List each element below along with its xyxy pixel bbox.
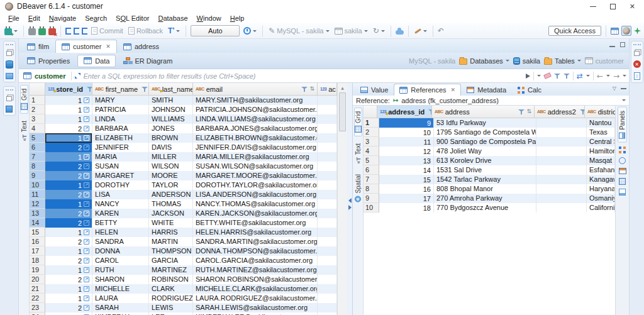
- open-reference-icon[interactable]: [84, 154, 89, 160]
- cell-store-id[interactable]: 1: [45, 294, 92, 303]
- cell-ac[interactable]: [318, 209, 337, 218]
- cell-store-id[interactable]: 2: [45, 218, 92, 228]
- result-presentation-tab-text[interactable]: Text: [20, 117, 28, 145]
- cell-store-id[interactable]: 1: [45, 152, 92, 162]
- error-log-icon[interactable]: [633, 60, 641, 68]
- menu-database[interactable]: Database: [153, 14, 192, 23]
- cell-district[interactable]: Esfahan: [587, 165, 615, 175]
- row-number[interactable]: 6: [364, 165, 379, 175]
- custom-filter-icon[interactable]: [564, 73, 570, 79]
- calc-panel-icon[interactable]: [619, 146, 626, 153]
- subtab-properties[interactable]: Properties: [21, 55, 76, 67]
- debug-perspective-icon[interactable]: [634, 28, 641, 35]
- cell-last-name[interactable]: THOMPSON: [149, 246, 193, 256]
- cell-store-id[interactable]: 2: [45, 256, 92, 265]
- reference-presentation-tab-text[interactable]: Text: [354, 140, 362, 167]
- cell-store-id[interactable]: 2: [45, 312, 92, 315]
- cell-first-name[interactable]: DONNA: [92, 246, 149, 256]
- row-number[interactable]: 5: [30, 133, 45, 143]
- row-number[interactable]: 20: [30, 275, 45, 284]
- cell-ac[interactable]: [318, 162, 337, 171]
- cell-address2[interactable]: [536, 137, 587, 146]
- cell-first-name[interactable]: LAURA: [92, 294, 149, 303]
- filter-icon[interactable]: [87, 86, 92, 92]
- cell-address[interactable]: 1542 Tarlac Parkway: [434, 175, 536, 184]
- cell-store-id[interactable]: 1: [45, 96, 92, 105]
- cell-first-name[interactable]: NANCY: [92, 199, 149, 209]
- cell-email[interactable]: MARY.SMITH@sakilacustomer.org: [193, 96, 318, 105]
- cell-last-name[interactable]: RODRIGUEZ: [149, 294, 193, 303]
- open-reference-icon[interactable]: [84, 182, 89, 188]
- cell-store-id[interactable]: 1: [45, 105, 92, 114]
- back-icon[interactable]: ←: [597, 72, 603, 80]
- editor-tab-film[interactable]: film: [21, 40, 55, 53]
- cell-store-id[interactable]: 2: [45, 143, 92, 152]
- menu-help[interactable]: Help: [226, 14, 249, 23]
- cell-district[interactable]: Central Se: [587, 137, 615, 146]
- reference-dropdown-icon[interactable]: [622, 99, 626, 101]
- transaction-save-icon[interactable]: [74, 28, 79, 35]
- cell-last-name[interactable]: JOHNSON: [149, 105, 193, 114]
- cell-last-name[interactable]: JONES: [149, 124, 193, 133]
- cell-last-name[interactable]: LEE: [149, 312, 193, 315]
- panels-tab[interactable]: Panels: [618, 107, 627, 143]
- grid-corner[interactable]: [30, 83, 45, 95]
- cell-last-name[interactable]: CLARK: [149, 284, 193, 294]
- close-window-icon[interactable]: ✕: [630, 3, 635, 11]
- row-number[interactable]: 1: [30, 96, 45, 105]
- restore-view-icon[interactable]: [6, 51, 12, 56]
- references-panel-icon[interactable]: [619, 178, 626, 185]
- cell-first-name[interactable]: JENNIFER: [92, 143, 149, 152]
- cell-email[interactable]: LISA.ANDERSON@sakilacustomer.org: [193, 190, 318, 199]
- cell-district[interactable]: Texas: [587, 128, 615, 137]
- cell-first-name[interactable]: KIMBERLY: [92, 312, 149, 315]
- open-reference-icon[interactable]: [84, 116, 89, 122]
- cell-address2[interactable]: [536, 175, 587, 184]
- column-header-first-name[interactable]: ABCfirst_name⇅: [92, 83, 149, 95]
- cell-first-name[interactable]: PATRICIA: [92, 105, 149, 114]
- commit-mode-combo[interactable]: Auto: [191, 25, 240, 36]
- cell-address[interactable]: 1531 Sal Drive: [434, 165, 536, 175]
- chevron-down-icon[interactable]: [623, 75, 626, 77]
- cell-email[interactable]: DOROTHY.TAYLOR@sakilacustomer.org: [193, 180, 318, 190]
- minimize-panel-icon[interactable]: [621, 88, 626, 89]
- cell-address-id[interactable]: 13: [379, 156, 434, 165]
- open-reference-icon[interactable]: [84, 239, 89, 245]
- cell-address2[interactable]: [536, 146, 587, 156]
- cell-first-name[interactable]: MARGARET: [92, 171, 149, 180]
- cell-ac[interactable]: [318, 218, 337, 228]
- cell-address[interactable]: 478 Joliet Way: [434, 146, 536, 156]
- cell-email[interactable]: LAURA.RODRIGUEZ@sakilacustomer.org: [193, 294, 318, 303]
- open-reference-icon[interactable]: [84, 267, 89, 273]
- cell-first-name[interactable]: KAREN: [92, 209, 149, 218]
- column-header-email[interactable]: ABCemail⇅: [193, 83, 318, 95]
- column-header-last-name[interactable]: ABClast_name⇅: [149, 83, 193, 95]
- cell-ac[interactable]: [318, 294, 337, 303]
- panel-tab-references[interactable]: References✕: [394, 84, 461, 96]
- row-number[interactable]: 7: [30, 152, 45, 162]
- row-number[interactable]: 14: [30, 218, 45, 228]
- column-header-store-id[interactable]: 123store_id⇅: [45, 83, 92, 95]
- column-header-district[interactable]: ABCdistrict: [585, 106, 615, 118]
- projects-view-icon[interactable]: [6, 73, 13, 79]
- cell-last-name[interactable]: MOORE: [149, 171, 193, 180]
- row-number[interactable]: 18: [30, 256, 45, 265]
- cell-ac[interactable]: [318, 133, 337, 143]
- cloud-icon[interactable]: [396, 30, 404, 35]
- transaction-begin-icon[interactable]: [65, 28, 71, 35]
- forward-icon[interactable]: →: [613, 72, 619, 80]
- result-presentation-tab-grid[interactable]: Grid: [20, 85, 28, 114]
- cell-last-name[interactable]: MARTINEZ: [149, 265, 193, 275]
- cell-store-id[interactable]: 1: [45, 228, 92, 237]
- collapse-left-icon[interactable]: [348, 198, 352, 203]
- menu-edit[interactable]: Edit: [24, 14, 45, 23]
- row-number[interactable]: 10: [30, 180, 45, 190]
- cell-address-id[interactable]: 9: [379, 118, 434, 128]
- open-reference-icon[interactable]: [84, 107, 89, 113]
- cell-address[interactable]: 808 Bhopal Manor: [434, 184, 536, 194]
- breadcrumb-schema[interactable]: sakila: [513, 57, 540, 65]
- cell-address-id[interactable]: 10: [379, 128, 434, 137]
- drag-handle[interactable]: [6, 89, 13, 91]
- open-reference-icon[interactable]: [84, 163, 89, 169]
- sql-generator-button[interactable]: [413, 30, 428, 33]
